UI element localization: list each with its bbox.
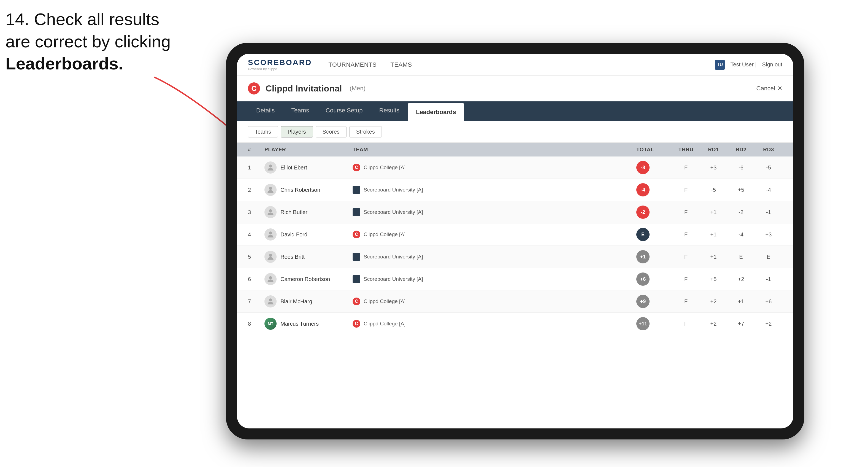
- team-logo: C: [352, 320, 360, 328]
- player-name: Rees Britt: [280, 254, 305, 260]
- player-info: Rich Butler: [265, 206, 352, 218]
- score-badge: +11: [636, 317, 650, 330]
- tab-teams[interactable]: Teams: [283, 101, 317, 121]
- row-pos: 3: [248, 209, 265, 215]
- score-badge: E: [636, 228, 650, 241]
- nav-links: TOURNAMENTS TEAMS: [328, 61, 698, 68]
- player-info: MT Marcus Turners: [265, 318, 352, 330]
- team-name: Scoreboard University [A]: [364, 254, 423, 260]
- rd1-cell: +2: [700, 321, 727, 327]
- nav-teams[interactable]: TEAMS: [390, 61, 412, 68]
- player-avatar: [265, 228, 277, 241]
- col-header-rd3: RD3: [755, 147, 782, 153]
- thru-cell: F: [672, 231, 700, 238]
- logo-area: SCOREBOARD Powered by clippd: [248, 58, 312, 71]
- rd3-cell: +6: [755, 299, 782, 305]
- table-row: 6 Cameron Robertson Scoreboard Universit…: [237, 268, 793, 290]
- score-cell: -2: [636, 206, 672, 219]
- tab-leaderboards[interactable]: Leaderboards: [408, 103, 464, 121]
- filter-scores[interactable]: Scores: [316, 126, 346, 137]
- rd2-cell: -2: [727, 209, 755, 215]
- nav-tournaments[interactable]: TOURNAMENTS: [328, 61, 377, 68]
- player-avatar: [265, 273, 277, 285]
- player-avatar: [265, 184, 277, 196]
- team-info: C Clippd College [A]: [352, 320, 636, 328]
- user-avatar: TU: [715, 60, 725, 70]
- row-pos: 7: [248, 299, 265, 305]
- row-pos: 4: [248, 231, 265, 238]
- rd1-cell: +3: [700, 164, 727, 171]
- tournament-name: Clippd Invitational: [266, 84, 342, 94]
- svg-point-4: [269, 231, 272, 235]
- team-name: Scoreboard University [A]: [364, 276, 423, 282]
- col-header-total: TOTAL: [636, 147, 672, 153]
- col-header-pos: #: [248, 147, 265, 153]
- tab-results[interactable]: Results: [371, 101, 408, 121]
- player-avatar: [265, 161, 277, 174]
- filter-players[interactable]: Players: [281, 126, 313, 137]
- team-name: Clippd College [A]: [364, 164, 405, 170]
- rd3-cell: E: [755, 254, 782, 260]
- team-logo: C: [352, 164, 360, 172]
- row-pos: 6: [248, 276, 265, 282]
- row-pos: 8: [248, 321, 265, 327]
- rd2-cell: +5: [727, 187, 755, 193]
- rd1-cell: +1: [700, 254, 727, 260]
- rd3-cell: +2: [755, 321, 782, 327]
- logo-text: SCOREBOARD: [248, 58, 312, 67]
- thru-cell: F: [672, 299, 700, 305]
- rd3-cell: -1: [755, 276, 782, 282]
- rd1-cell: +1: [700, 209, 727, 215]
- score-badge: -4: [636, 183, 650, 196]
- svg-point-5: [269, 254, 272, 257]
- table-header: # PLAYER TEAM TOTAL THRU RD1 RD2 RD3: [237, 143, 793, 156]
- row-pos: 5: [248, 254, 265, 260]
- thru-cell: F: [672, 276, 700, 282]
- tournament-logo: C: [248, 82, 260, 94]
- rd1-cell: +1: [700, 231, 727, 238]
- team-name: Clippd College [A]: [364, 299, 405, 305]
- player-avatar: [265, 251, 277, 263]
- rd3-cell: +3: [755, 231, 782, 238]
- player-info: Chris Robertson: [265, 184, 352, 196]
- tournament-title-row: C Clippd Invitational (Men): [248, 82, 366, 94]
- filter-strokes[interactable]: Strokes: [349, 126, 382, 137]
- tab-details[interactable]: Details: [248, 101, 283, 121]
- tournament-header: C Clippd Invitational (Men) Cancel ✕: [237, 76, 793, 101]
- leaderboard-table: # PLAYER TEAM TOTAL THRU RD1 RD2 RD3 1 E…: [237, 143, 793, 429]
- row-pos: 2: [248, 187, 265, 193]
- tournament-gender: (Men): [349, 85, 365, 92]
- team-name: Clippd College [A]: [364, 231, 405, 238]
- score-cell: -4: [636, 183, 672, 196]
- rd2-cell: +2: [727, 276, 755, 282]
- instruction-text: 14. Check all results are correct by cli…: [5, 8, 171, 75]
- player-name: Chris Robertson: [280, 187, 320, 193]
- svg-point-2: [269, 187, 272, 190]
- col-header-team: TEAM: [352, 147, 636, 153]
- score-cell: E: [636, 228, 672, 241]
- rd3-cell: -4: [755, 187, 782, 193]
- cancel-button[interactable]: Cancel ✕: [756, 85, 782, 92]
- table-row: 5 Rees Britt Scoreboard University [A]: [237, 246, 793, 268]
- player-avatar: MT: [265, 318, 277, 330]
- tab-course-setup[interactable]: Course Setup: [317, 101, 371, 121]
- col-header-rd2: RD2: [727, 147, 755, 153]
- rd1-cell: -5: [700, 187, 727, 193]
- team-info: C Clippd College [A]: [352, 164, 636, 172]
- team-name: Clippd College [A]: [364, 321, 405, 327]
- nav-bar: SCOREBOARD Powered by clippd TOURNAMENTS…: [237, 54, 793, 76]
- rd3-cell: -1: [755, 209, 782, 215]
- logo-sub: Powered by clippd: [248, 67, 312, 71]
- table-row: 2 Chris Robertson Scoreboard University …: [237, 179, 793, 201]
- filter-teams[interactable]: Teams: [248, 126, 278, 137]
- svg-point-1: [269, 164, 272, 167]
- player-info: David Ford: [265, 228, 352, 241]
- team-logo: [352, 208, 360, 216]
- team-logo: C: [352, 230, 360, 238]
- thru-cell: F: [672, 209, 700, 215]
- nav-signout[interactable]: Sign out: [762, 61, 782, 68]
- rd2-cell: +7: [727, 321, 755, 327]
- tablet-screen: SCOREBOARD Powered by clippd TOURNAMENTS…: [237, 54, 793, 429]
- score-badge: +9: [636, 295, 650, 308]
- player-info: Rees Britt: [265, 251, 352, 263]
